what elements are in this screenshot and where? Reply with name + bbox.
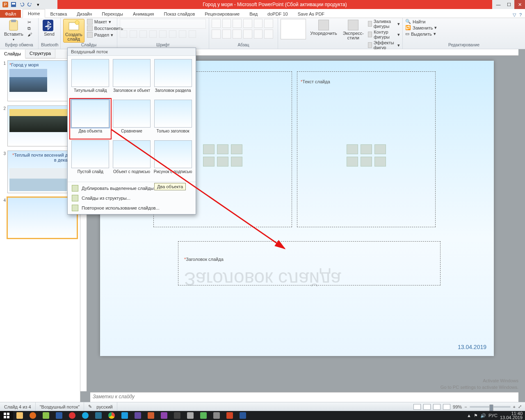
qat-more-icon[interactable]: ▾ bbox=[34, 1, 42, 8]
layout-title-only[interactable]: Только заголовок bbox=[153, 100, 192, 138]
title-placeholder[interactable]: *Заголовок слайда Заголовок слайда bbox=[178, 241, 441, 285]
zoom-slider[interactable] bbox=[470, 406, 511, 408]
tab-dopdf[interactable]: doPDF 10 bbox=[262, 10, 293, 18]
tray-up-icon[interactable]: ▲ bbox=[467, 413, 471, 418]
format-painter-button[interactable]: 🖌 bbox=[27, 32, 32, 37]
status-language[interactable]: ✎ русский bbox=[84, 402, 117, 411]
tray-network-icon[interactable]: ⚑ bbox=[474, 413, 478, 418]
layout-comparison[interactable]: Сравнение bbox=[112, 100, 151, 138]
arrange-button[interactable]: Упорядочить bbox=[308, 19, 338, 37]
tab-animations[interactable]: Анимация bbox=[128, 10, 159, 18]
svg-rect-12 bbox=[4, 416, 6, 418]
titlebar: P ▾ Город у моря - Microsoft PowerPoint … bbox=[0, 0, 525, 9]
tab-insert[interactable]: Вставка bbox=[45, 10, 72, 18]
bluetooth-send-button[interactable]: Send bbox=[41, 19, 57, 37]
taskbar-app-opera[interactable] bbox=[66, 411, 79, 420]
taskbar-app-chrome[interactable] bbox=[105, 411, 118, 420]
panel-tab-slides[interactable]: Слайды bbox=[0, 50, 25, 59]
app-icon[interactable]: P bbox=[2, 1, 9, 8]
taskbar-app-6[interactable] bbox=[158, 411, 171, 420]
taskbar-app-3[interactable] bbox=[118, 411, 131, 420]
layout-title-content[interactable]: Заголовок и объект bbox=[112, 59, 151, 97]
taskbar-app-9[interactable] bbox=[197, 411, 210, 420]
new-slide-button[interactable]: Создать слайд bbox=[63, 19, 84, 43]
ribbon-minimize-icon[interactable]: ▽ bbox=[513, 12, 516, 18]
start-button[interactable] bbox=[0, 411, 13, 420]
taskbar-app-10[interactable] bbox=[210, 411, 223, 420]
shape-fill-button[interactable]: Заливка фигуры ▾ bbox=[368, 19, 400, 29]
taskbar-app-explorer[interactable] bbox=[13, 411, 26, 420]
tab-slideshow[interactable]: Показ слайдов bbox=[159, 10, 200, 18]
layout-picture-caption[interactable]: Рисунок с подписью bbox=[153, 140, 192, 178]
layout-section-header[interactable]: Заголовок раздела bbox=[153, 59, 192, 97]
close-button[interactable]: ✕ bbox=[514, 0, 525, 9]
taskbar-app-4[interactable] bbox=[131, 411, 144, 420]
slide-date: 13.04.2019 bbox=[458, 344, 486, 350]
view-normal-icon[interactable] bbox=[413, 404, 421, 410]
svg-point-8 bbox=[75, 21, 79, 25]
layout-blank[interactable]: Пустой слайд bbox=[71, 140, 110, 178]
fit-to-window-icon[interactable]: ⤢ bbox=[518, 404, 522, 409]
taskbar-app-5[interactable] bbox=[144, 411, 158, 420]
tab-home[interactable]: Home bbox=[23, 9, 45, 18]
undo-icon[interactable] bbox=[18, 1, 25, 8]
shape-effects-button[interactable]: Эффекты фигур ▾ bbox=[368, 40, 400, 50]
reuse-slides-menuitem[interactable]: Повторное использование слайдов... bbox=[69, 203, 194, 213]
tab-transitions[interactable]: Переходы bbox=[97, 10, 128, 18]
tray-volume-icon[interactable]: 🔊 bbox=[480, 413, 486, 418]
layout-content-caption[interactable]: Объект с подписью bbox=[112, 140, 151, 178]
window-title: Город у моря - Microsoft PowerPoint (Сбо… bbox=[57, 0, 492, 9]
thumb-1[interactable]: 1 *Город у моря bbox=[2, 60, 78, 101]
taskbar-app-skype[interactable] bbox=[79, 411, 92, 420]
zoom-out-icon[interactable]: − bbox=[464, 404, 467, 409]
notes-pane[interactable]: Заметки к слайду bbox=[90, 392, 518, 402]
tab-design[interactable]: Дизайн bbox=[72, 10, 97, 18]
paragraph-controls bbox=[212, 19, 273, 40]
layout-two-content[interactable]: Два объекта bbox=[71, 100, 110, 138]
view-slideshow-icon[interactable] bbox=[443, 404, 450, 410]
redo-icon[interactable] bbox=[26, 1, 34, 8]
taskbar-app-firefox[interactable] bbox=[26, 411, 39, 420]
zoom-value[interactable]: 99% bbox=[453, 404, 462, 409]
taskbar-app-8[interactable] bbox=[184, 411, 197, 420]
quick-styles-button[interactable]: Экспресс-стили bbox=[341, 19, 365, 41]
panel-tab-outline[interactable]: Структура bbox=[25, 49, 55, 58]
slides-from-outline-menuitem[interactable]: Слайды из структуры... bbox=[69, 193, 194, 203]
taskbar-app-7[interactable] bbox=[171, 411, 184, 420]
taskbar-app-2[interactable] bbox=[52, 411, 66, 420]
tab-file[interactable]: Файл bbox=[0, 10, 21, 18]
group-paragraph-label: Абзац bbox=[212, 43, 275, 48]
statusbar: Слайд 4 из 4 "Воздушный поток" ✎ русский… bbox=[0, 402, 525, 411]
tab-view[interactable]: Вид bbox=[244, 10, 262, 18]
maximize-button[interactable]: ☐ bbox=[504, 0, 514, 9]
save-icon[interactable] bbox=[10, 1, 17, 8]
replace-button[interactable]: 🔁Заменить ▾ bbox=[405, 25, 437, 30]
paste-button[interactable]: Вставить▾ bbox=[2, 19, 25, 43]
layout-title-slide[interactable]: Титульный слайд bbox=[71, 59, 110, 97]
view-reading-icon[interactable] bbox=[433, 404, 441, 410]
find-button[interactable]: 🔍Найти bbox=[405, 19, 437, 24]
svg-rect-11 bbox=[7, 413, 9, 415]
taskbar-app-word[interactable] bbox=[236, 411, 249, 420]
view-sorter-icon[interactable] bbox=[423, 404, 431, 410]
cut-button[interactable]: ✂ bbox=[27, 20, 32, 25]
taskbar-app-1[interactable] bbox=[39, 411, 52, 420]
thumb-3[interactable]: 3 *Теплый почти весенний день в декабре bbox=[2, 151, 78, 193]
thumb-2[interactable]: 2 bbox=[2, 105, 78, 146]
zoom-in-icon[interactable]: + bbox=[513, 404, 516, 409]
minimize-button[interactable]: — bbox=[493, 0, 504, 9]
tab-saveaspdf[interactable]: Save As PDF bbox=[293, 10, 329, 18]
shape-outline-button[interactable]: Контур фигуры ▾ bbox=[368, 30, 400, 39]
shapes-gallery[interactable] bbox=[281, 19, 306, 39]
thumb-4[interactable]: 4 bbox=[2, 197, 78, 238]
select-button[interactable]: ▭Выделить ▾ bbox=[405, 31, 437, 37]
content-icons[interactable] bbox=[347, 144, 386, 167]
content-icons[interactable] bbox=[203, 144, 242, 167]
tray-language[interactable]: РУС bbox=[488, 413, 498, 418]
content-placeholder-right[interactable]: *Текст слайда bbox=[297, 71, 436, 227]
help-icon[interactable]: ? bbox=[519, 12, 522, 18]
taskbar-app-vbox[interactable] bbox=[92, 411, 105, 420]
taskbar-app-powerpoint[interactable] bbox=[223, 411, 236, 420]
copy-button[interactable]: ⧉ bbox=[27, 26, 32, 31]
tab-review[interactable]: Рецензирование bbox=[200, 10, 244, 18]
